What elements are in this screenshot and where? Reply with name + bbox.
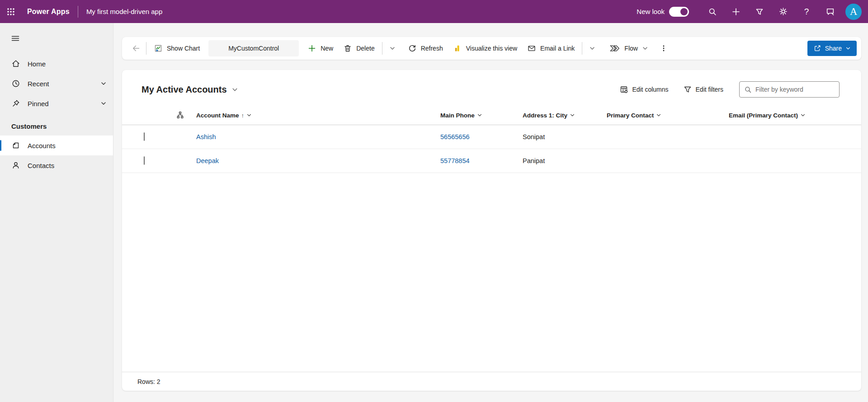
- edit-filters-label: Edit filters: [696, 86, 723, 93]
- sidebar-item-pinned[interactable]: Pinned: [0, 93, 113, 113]
- clock-icon: [11, 79, 20, 88]
- pin-icon: [11, 99, 20, 108]
- chevron-down-icon: [246, 112, 252, 118]
- sidebar-item-label: Home: [28, 60, 46, 68]
- chevron-down-icon: [100, 80, 107, 87]
- sidebar: Home Recent: [0, 23, 113, 402]
- help-icon: ?: [804, 7, 809, 17]
- add-button[interactable]: [726, 2, 746, 22]
- help-button[interactable]: ?: [797, 2, 816, 22]
- chevron-down-icon: [477, 112, 482, 118]
- home-icon: [11, 59, 20, 68]
- email-overflow-button[interactable]: [585, 40, 600, 56]
- column-header-main-phone[interactable]: Main Phone: [435, 112, 482, 119]
- edit-columns-button[interactable]: Edit columns: [614, 82, 673, 97]
- command-bar: Show Chart MyCustomControl New: [122, 37, 861, 60]
- contacts-icon: [11, 161, 20, 170]
- sidebar-item-contacts[interactable]: Contacts: [0, 155, 113, 175]
- table-row: Deepak 55778854 Panipat: [122, 149, 861, 173]
- edit-filters-button[interactable]: Edit filters: [678, 82, 728, 97]
- filter-keyword-input[interactable]: [755, 86, 835, 93]
- column-label: Address 1: City: [523, 112, 567, 119]
- column-header-address-city[interactable]: Address 1: City: [517, 112, 575, 119]
- email-link-button[interactable]: Email a Link: [522, 40, 580, 56]
- chevron-down-icon: [589, 45, 595, 51]
- delete-label: Delete: [356, 45, 374, 52]
- sidebar-item-label: Contacts: [28, 162, 54, 169]
- column-header-email-primary-contact[interactable]: Email (Primary Contact): [723, 112, 806, 119]
- sidebar-item-label: Pinned: [28, 100, 49, 108]
- column-header-account-name[interactable]: Account Name ↑: [191, 112, 252, 119]
- flow-label: Flow: [624, 45, 638, 52]
- refresh-button[interactable]: Refresh: [403, 40, 448, 56]
- sidebar-item-recent[interactable]: Recent: [0, 74, 113, 93]
- settings-button[interactable]: [773, 2, 793, 22]
- grid-empty-space: [122, 173, 861, 372]
- filter-button[interactable]: [750, 2, 769, 22]
- column-header-primary-contact[interactable]: Primary Contact: [601, 112, 661, 119]
- edit-columns-label: Edit columns: [632, 86, 668, 93]
- delete-button[interactable]: Delete: [338, 40, 379, 56]
- command-divider: [382, 42, 382, 55]
- visualize-view-button[interactable]: Visualize this view: [448, 40, 522, 56]
- chevron-down-icon: [100, 100, 107, 107]
- new-look-toggle[interactable]: New look: [637, 7, 689, 17]
- main-phone-link[interactable]: 55778854: [440, 157, 470, 164]
- gear-icon: [778, 7, 788, 16]
- visualize-view-label: Visualize this view: [466, 45, 517, 52]
- view-title: My Active Accounts: [142, 84, 227, 95]
- search-button[interactable]: [703, 2, 722, 22]
- ellipsis-vertical-icon: [660, 45, 667, 52]
- hierarchy-icon: [169, 111, 191, 119]
- chevron-down-icon: [642, 45, 648, 51]
- command-divider: [582, 42, 582, 55]
- back-arrow-icon: [132, 44, 141, 53]
- view-selector[interactable]: My Active Accounts: [142, 84, 238, 95]
- command-divider: [146, 42, 146, 55]
- feedback-button[interactable]: [820, 2, 840, 22]
- account-name-link[interactable]: Ashish: [196, 133, 216, 140]
- delete-overflow-button[interactable]: [385, 40, 400, 56]
- sidebar-group-label: Customers: [0, 113, 113, 136]
- flow-icon: [609, 44, 620, 53]
- row-count: Rows: 2: [137, 378, 160, 385]
- hamburger-icon: [11, 34, 20, 43]
- chevron-down-icon: [845, 46, 851, 51]
- app-title[interactable]: My first model-driven app: [78, 8, 162, 15]
- city-cell: Panipat: [517, 157, 601, 164]
- row-checkbox[interactable]: [144, 156, 145, 165]
- show-chart-button[interactable]: Show Chart: [149, 40, 205, 56]
- row-checkbox[interactable]: [144, 132, 145, 141]
- sitemap-collapse-button[interactable]: [5, 29, 25, 47]
- waffle-menu-button[interactable]: [0, 0, 22, 23]
- account-name-link[interactable]: Deepak: [196, 157, 219, 164]
- column-label: Main Phone: [440, 112, 475, 119]
- back-button[interactable]: [128, 40, 144, 56]
- avatar[interactable]: A: [845, 4, 862, 20]
- app-name[interactable]: Power Apps: [22, 8, 78, 16]
- share-button[interactable]: Share: [807, 41, 857, 56]
- my-custom-control-button[interactable]: MyCustomControl: [208, 40, 299, 56]
- flow-button[interactable]: Flow: [604, 40, 653, 56]
- new-look-label: New look: [637, 8, 665, 15]
- sidebar-item-home[interactable]: Home: [0, 54, 113, 74]
- main-phone-link[interactable]: 56565656: [440, 133, 470, 140]
- table-row: Ashish 56565656 Sonipat: [122, 125, 861, 149]
- refresh-label: Refresh: [421, 45, 443, 52]
- new-label: New: [321, 45, 333, 52]
- chevron-down-icon: [800, 112, 806, 118]
- new-button[interactable]: New: [302, 40, 338, 56]
- chevron-down-icon: [656, 112, 661, 118]
- my-custom-control-label: MyCustomControl: [228, 45, 279, 52]
- more-commands-button[interactable]: [656, 40, 671, 56]
- city-cell: Sonipat: [517, 133, 601, 140]
- share-icon: [813, 44, 821, 52]
- email-link-label: Email a Link: [540, 45, 575, 52]
- sidebar-item-accounts[interactable]: Accounts: [0, 136, 113, 155]
- email-icon: [527, 44, 536, 53]
- filter-icon: [755, 7, 764, 16]
- new-plus-icon: [307, 44, 316, 53]
- column-label: Account Name: [196, 112, 239, 119]
- main-layout: Home Recent: [0, 23, 868, 402]
- chevron-down-icon: [231, 86, 238, 93]
